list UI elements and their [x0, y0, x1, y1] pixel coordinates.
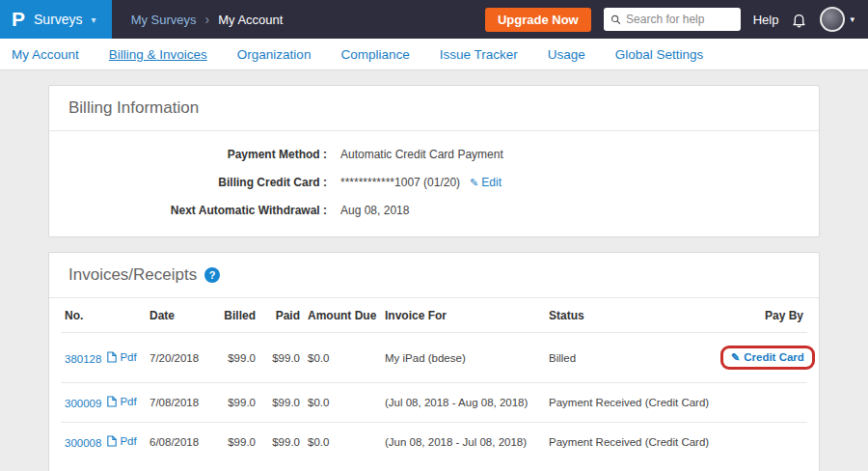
paid-cell: $99.0 — [259, 333, 304, 383]
billed-cell: $99.0 — [211, 333, 259, 383]
breadcrumb-current: My Account — [218, 13, 283, 27]
invoice-for-cell: My iPad (bdese) — [381, 333, 545, 383]
invoices-receipts-card: Invoices/Receipts ? No. Date Billed Paid… — [48, 252, 820, 471]
topbar-right: Upgrade Now Help ▾ — [485, 7, 868, 32]
edit-credit-card-link[interactable]: ✎ Edit — [470, 176, 502, 189]
invoices-receipts-title-row: Invoices/Receipts ? — [49, 253, 819, 298]
app-menu-dropdown[interactable]: P Surveys ▾ — [0, 0, 112, 39]
invoice-number-link[interactable]: 380128 — [65, 353, 101, 365]
chevron-down-icon: ▾ — [850, 14, 854, 24]
next-withdrawal-value: Aug 08, 2018 — [340, 204, 409, 217]
tab-my-account[interactable]: My Account — [12, 47, 79, 62]
main-content: Billing Information Payment Method : Aut… — [0, 70, 868, 471]
amount-due-cell: $0.0 — [304, 383, 381, 423]
pdf-icon — [107, 396, 117, 407]
pdf-icon — [107, 351, 117, 363]
invoice-no-cell: 300008Pdf — [61, 423, 146, 462]
paid-cell: $99.0 — [259, 383, 304, 423]
table-row: 300008Pdf 6/08/2018 $99.0 $99.0 $0.0 (Ju… — [61, 423, 807, 462]
breadcrumb-separator-icon: › — [205, 12, 210, 27]
status-cell: Payment Received (Credit Card) — [545, 383, 717, 423]
date-cell: 6/08/2018 — [146, 423, 211, 462]
help-question-icon[interactable]: ? — [204, 267, 220, 283]
edit-pencil-icon: ✎ — [470, 177, 478, 189]
invoice-no-cell: 300009Pdf — [61, 383, 146, 423]
billing-credit-card-value: ************1007 (01/20) — [340, 176, 460, 189]
tab-billing-invoices[interactable]: Billing & Invoices — [109, 47, 207, 62]
tab-organization[interactable]: Organization — [237, 47, 312, 62]
tab-global-settings[interactable]: Global Settings — [615, 47, 704, 62]
date-cell: 7/08/2018 — [146, 383, 211, 423]
pdf-link[interactable]: Pdf — [107, 396, 136, 407]
account-nav: My Account Billing & Invoices Organizati… — [0, 39, 868, 70]
billed-cell: $99.0 — [211, 383, 259, 423]
billing-information-card: Billing Information Payment Method : Aut… — [48, 85, 820, 237]
payment-method-row: Payment Method : Automatic Credit Card P… — [68, 148, 800, 161]
tab-usage[interactable]: Usage — [548, 47, 585, 62]
table-header-row: No. Date Billed Paid Amount Due Invoice … — [61, 298, 807, 333]
payment-method-label: Payment Method : — [68, 148, 327, 161]
pay-by-cell — [717, 423, 807, 462]
next-withdrawal-row: Next Automatic Withdrawal : Aug 08, 2018 — [68, 204, 800, 217]
annotation-highlight: ✎ Credit Card — [720, 346, 815, 370]
search-input[interactable] — [626, 13, 734, 26]
pay-by-credit-card-link[interactable]: ✎ Credit Card — [731, 351, 804, 364]
billing-information-title-row: Billing Information — [49, 86, 819, 131]
app-menu-label: Surveys — [34, 12, 83, 27]
col-billed: Billed — [211, 298, 259, 333]
invoice-no-cell: 380128Pdf — [61, 333, 146, 383]
pdf-icon — [107, 435, 117, 447]
brand-logo: P — [12, 8, 25, 31]
upgrade-now-button[interactable]: Upgrade Now — [485, 8, 591, 32]
col-pay-by: Pay By — [717, 298, 807, 333]
chevron-down-icon: ▾ — [92, 14, 96, 25]
pay-by-cell: ✎ Credit Card — [717, 333, 807, 383]
edit-link-label: Edit — [481, 176, 502, 189]
billing-credit-card-row: Billing Credit Card : ************1007 (… — [68, 176, 800, 189]
edit-pencil-icon: ✎ — [731, 351, 740, 364]
amount-due-cell: $0.0 — [304, 423, 381, 462]
table-row: 300009Pdf 7/08/2018 $99.0 $99.0 $0.0 (Ju… — [61, 383, 807, 423]
invoices-table: No. Date Billed Paid Amount Due Invoice … — [61, 298, 807, 461]
pdf-link[interactable]: Pdf — [107, 351, 136, 363]
status-cell: Billed — [545, 333, 717, 383]
notifications-bell-icon[interactable] — [791, 12, 807, 28]
account-menu[interactable]: ▾ — [820, 7, 854, 32]
help-search-box — [604, 8, 741, 31]
invoice-for-cell: (Jun 08, 2018 - Jul 08, 2018) — [381, 423, 545, 462]
col-paid: Paid — [259, 298, 304, 333]
col-date: Date — [146, 298, 211, 333]
paid-cell: $99.0 — [259, 423, 304, 462]
invoice-for-cell: (Jul 08, 2018 - Aug 08, 2018) — [381, 383, 545, 423]
pay-by-cell — [717, 383, 807, 423]
billing-information-body: Payment Method : Automatic Credit Card P… — [49, 131, 819, 236]
invoices-receipts-title: Invoices/Receipts — [68, 265, 197, 285]
invoices-table-wrap: No. Date Billed Paid Amount Due Invoice … — [49, 298, 819, 471]
invoice-number-link[interactable]: 300008 — [65, 437, 101, 449]
tab-issue-tracker[interactable]: Issue Tracker — [440, 47, 518, 62]
pdf-link[interactable]: Pdf — [107, 435, 136, 447]
next-withdrawal-label: Next Automatic Withdrawal : — [68, 204, 327, 217]
payment-method-value: Automatic Credit Card Payment — [340, 148, 503, 161]
breadcrumb-my-surveys[interactable]: My Surveys — [131, 13, 197, 27]
breadcrumb: My Surveys › My Account — [131, 12, 284, 27]
col-amount-due: Amount Due — [304, 298, 381, 333]
billing-credit-card-label: Billing Credit Card : — [68, 176, 327, 189]
invoice-number-link[interactable]: 300009 — [65, 398, 101, 409]
top-bar: P Surveys ▾ My Surveys › My Account Upgr… — [0, 0, 868, 39]
tab-compliance[interactable]: Compliance — [340, 47, 409, 62]
help-link[interactable]: Help — [753, 13, 779, 27]
search-icon — [610, 14, 621, 26]
col-no: No. — [61, 298, 146, 333]
billing-information-title: Billing Information — [68, 98, 199, 118]
date-cell: 7/20/2018 — [146, 333, 211, 383]
col-status: Status — [545, 298, 717, 333]
status-cell: Payment Received (Credit Card) — [545, 423, 717, 462]
col-invoice-for: Invoice For — [381, 298, 545, 333]
avatar — [820, 7, 845, 32]
table-row: 380128Pdf 7/20/2018 $99.0 $99.0 $0.0 My … — [61, 333, 807, 383]
billed-cell: $99.0 — [211, 423, 259, 462]
amount-due-cell: $0.0 — [304, 333, 381, 383]
